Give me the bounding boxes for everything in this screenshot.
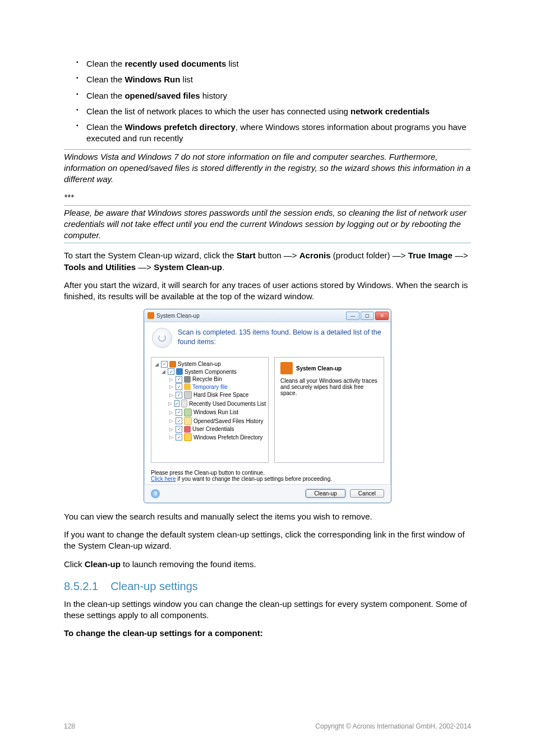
temp-file-icon — [184, 383, 191, 390]
footer-line2-rest: if you want to change the clean-up setti… — [176, 476, 332, 482]
bullet-pre: Clean the list of network places to whic… — [86, 106, 350, 116]
checkbox[interactable] — [176, 392, 182, 398]
desc-title: System Clean-up — [296, 365, 342, 372]
cancel-button[interactable]: Cancel — [350, 489, 384, 498]
feature-bullets: Clean the recently used documents list C… — [64, 58, 471, 145]
system-icon — [280, 362, 293, 374]
section-number: 8.5.2.1 — [64, 580, 98, 592]
section-paragraph: In the clean-up settings window you can … — [64, 599, 471, 622]
bullet-pre: Clean the — [86, 91, 124, 100]
section-subheading: To change the clean-up settings for a co… — [64, 628, 471, 639]
page-footer: 128 Copyright © Acronis International Gm… — [64, 722, 471, 730]
maximize-button[interactable]: ▢ — [361, 312, 374, 320]
bullet-pre: Clean the — [86, 122, 124, 132]
asterisk-separator: *** — [64, 192, 471, 203]
bullet-item: Clean the Windows prefetch directory, wh… — [76, 122, 471, 145]
checkbox[interactable] — [176, 383, 182, 390]
txt: button —> — [256, 251, 299, 260]
component-tree[interactable]: ◢System Clean-up ◢System Components ▷Rec… — [151, 357, 269, 463]
paragraph-change-defaults: If you want to change the default system… — [64, 529, 471, 552]
change-settings-link[interactable]: Click here — [151, 476, 176, 482]
bullet-item: Clean the recently used documents list — [76, 58, 471, 69]
txt: . — [222, 262, 224, 272]
bullet-item: Clean the opened/saved files history — [76, 90, 471, 101]
checkbox[interactable] — [176, 418, 182, 424]
components-icon — [176, 368, 183, 375]
bullet-pre: Clean the — [86, 59, 124, 68]
dialog-titlebar: System Clean-up — ▢ ✕ — [144, 309, 391, 322]
checkbox[interactable] — [176, 434, 182, 440]
help-icon[interactable]: ? — [151, 489, 160, 498]
txt: (product folder) —> — [331, 251, 408, 260]
run-icon — [184, 409, 192, 416]
tree-label[interactable]: User Credentials — [192, 426, 234, 432]
checkbox[interactable] — [176, 409, 182, 416]
tree-label[interactable]: Hard Disk Free Space — [193, 392, 248, 398]
system-cleanup-dialog: System Clean-up — ▢ ✕ Scan is completed.… — [144, 309, 391, 503]
tree-label[interactable]: Recently Used Documents List — [189, 401, 266, 407]
paragraph-click-cleanup: Click Clean-up to launch removing the fo… — [64, 559, 471, 570]
note-passwords: Please, be aware that Windows stores pas… — [64, 205, 471, 244]
txt-bold: To change the clean-up settings for a co… — [64, 628, 263, 638]
footer-line1: Please press the Clean-up button to cont… — [151, 470, 384, 476]
scan-summary: Scan is completed. 135 items found. Belo… — [178, 328, 383, 348]
expand-icon[interactable]: ▷ — [168, 410, 174, 415]
scan-icon — [152, 328, 172, 348]
close-button[interactable]: ✕ — [375, 312, 389, 320]
bullet-post: history — [200, 91, 227, 100]
txt-bold: Start — [237, 251, 256, 260]
expand-icon[interactable]: ▷ — [168, 426, 174, 432]
copyright: Copyright © Acronis International GmbH, … — [315, 722, 471, 730]
expand-icon[interactable]: ▷ — [168, 434, 174, 440]
description-pane: System Clean-up Cleans all your Windows … — [274, 357, 384, 463]
tree-label[interactable]: System Components — [185, 369, 237, 375]
checkbox[interactable] — [176, 426, 182, 433]
paragraph-results: You can view the search results and manu… — [64, 511, 471, 522]
after-start-paragraph: After you start the wizard, it will sear… — [64, 280, 471, 303]
bullet-post: list — [180, 75, 193, 84]
tree-label[interactable]: Windows Run List — [193, 409, 238, 415]
section-title: Clean-up settings — [110, 580, 198, 592]
cleanup-button[interactable]: Clean-up — [306, 489, 345, 498]
app-icon — [147, 312, 154, 319]
bullet-item: Clean the list of network places to whic… — [76, 106, 471, 117]
expand-icon[interactable]: ▷ — [168, 418, 174, 424]
expand-icon[interactable]: ▷ — [168, 401, 173, 406]
txt: —> — [453, 251, 468, 260]
txt: to launch removing the found items. — [121, 559, 256, 569]
checkbox[interactable] — [176, 376, 182, 383]
tree-label[interactable]: Opened/Saved Files History — [193, 418, 264, 424]
documents-icon — [181, 400, 187, 407]
expand-icon[interactable]: ◢ — [154, 361, 159, 367]
txt-bold: Clean-up — [85, 559, 121, 569]
tree-label[interactable]: Temporary file — [192, 384, 228, 390]
expand-icon[interactable]: ▷ — [168, 384, 174, 389]
txt-bold: System Clean-up — [154, 262, 222, 272]
minimize-button[interactable]: — — [346, 312, 359, 320]
expand-icon[interactable]: ◢ — [160, 369, 166, 374]
tree-label[interactable]: Windows Prefetch Directory — [193, 434, 262, 440]
txt: —> — [136, 262, 154, 272]
checkbox[interactable] — [161, 361, 168, 368]
dialog-title: System Clean-up — [156, 313, 346, 319]
dialog-header: Scan is completed. 135 items found. Belo… — [144, 322, 391, 355]
expand-icon[interactable]: ▷ — [168, 392, 174, 398]
checkbox[interactable] — [174, 400, 180, 407]
user-icon — [184, 426, 191, 433]
note-vista: Windows Vista and Windows 7 do not store… — [64, 149, 471, 185]
txt-bold: Tools and Utilities — [64, 262, 136, 272]
bullet-post: list — [226, 59, 239, 68]
start-instructions: To start the System Clean-up wizard, cli… — [64, 250, 471, 273]
bullet-bold: Windows prefetch directory — [124, 122, 235, 132]
bullet-bold: recently used documents — [124, 59, 226, 68]
expand-icon[interactable]: ▷ — [168, 377, 174, 382]
checkbox[interactable] — [168, 368, 174, 375]
txt-bold: Acronis — [299, 251, 331, 260]
bullet-pre: Clean the — [86, 75, 124, 84]
bullet-bold: Windows Run — [124, 75, 180, 84]
page-number: 128 — [64, 722, 75, 730]
tree-label[interactable]: System Clean-up — [178, 361, 221, 367]
bullet-bold: opened/saved files — [124, 91, 200, 100]
tree-label[interactable]: Recycle Bin — [192, 376, 222, 382]
desc-body: Cleans all your Windows activity traces … — [280, 378, 378, 396]
